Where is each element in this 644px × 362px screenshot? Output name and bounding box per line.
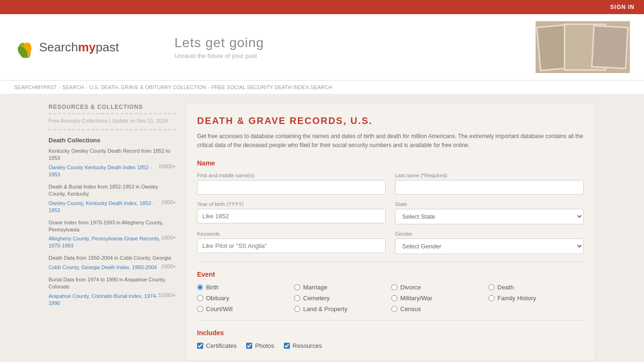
logo-text: Searchmypast [39, 40, 119, 55]
sidebar-record-0-link[interactable]: Owsley County Kentucky Death Index 1852 … [49, 165, 152, 177]
sidebar-record-1-count: 1000+ [161, 199, 176, 205]
event-label-divorce: Divorce [400, 284, 421, 291]
name-row: First and middle name(s) Last name (*Req… [197, 173, 584, 195]
includes-checkbox-photos[interactable] [246, 343, 252, 349]
event-label-court_will: Court/Will [206, 305, 232, 313]
sidebar-record-0: Kentucky Owsley County Death Record from… [49, 148, 176, 178]
keywords-gender-row: Keywords Gender Select GenderMaleFemale [197, 231, 584, 254]
year-birth-label: Year of birth (YYYY) [197, 201, 386, 207]
gender-group: Gender Select GenderMaleFemale [395, 231, 584, 254]
event-radio-family_history[interactable] [488, 295, 495, 301]
includes-section: Includes CertificatesPhotosResources [197, 329, 584, 349]
breadcrumb-collection[interactable]: U.S. DEATH, GRAVE & OBITUARY COLLECTION [89, 84, 206, 90]
includes-label-photos: Photos [255, 342, 274, 349]
sidebar-record-2: Grave Index from 1970-1993 in Allegheny … [49, 219, 176, 249]
event-option-court_will[interactable]: Court/Will [197, 305, 292, 313]
event-option-divorce[interactable]: Divorce [391, 284, 487, 291]
gender-select[interactable]: Select GenderMaleFemale [395, 239, 584, 254]
main-content: DEATH & GRAVE RECORDS, U.S. Get free acc… [185, 104, 595, 361]
keywords-label: Keywords [197, 231, 386, 237]
event-grid: BirthMarriageDivorceDeathObituaryCemeter… [197, 284, 584, 313]
header-image [536, 21, 630, 73]
event-label-marriage: Marriage [303, 284, 327, 291]
state-label: State [395, 201, 584, 207]
form-title: DEATH & GRAVE RECORDS, U.S. [197, 115, 584, 126]
event-section: Event BirthMarriageDivorceDeathObituaryC… [197, 271, 584, 313]
event-label-death: Death [497, 284, 514, 291]
includes-label-resources: Resources [293, 342, 322, 349]
first-name-input[interactable] [197, 180, 386, 195]
sidebar-update: Free Ancestry Collections | Update on No… [49, 118, 176, 130]
event-radio-land_property[interactable] [294, 306, 300, 312]
breadcrumb-home[interactable]: SEARCHMYPAST [14, 84, 57, 90]
signin-link[interactable]: SIGN IN [610, 4, 635, 10]
sidebar-record-4-link[interactable]: Arapahoe County, Colorado Burial Index, … [49, 293, 157, 306]
logo-area: Searchmypast [14, 37, 146, 58]
sidebar-record-2-desc: Grave Index from 1970-1993 in Allegheny … [49, 219, 176, 234]
event-radio-marriage[interactable] [294, 284, 300, 290]
sidebar-record-4: Burial Data from 1974 to 1990 in Arapaho… [49, 276, 176, 306]
event-radio-obituary[interactable] [197, 295, 203, 301]
form-description: Get free accesses to database containing… [197, 132, 584, 150]
sidebar-record-1-link[interactable]: Owsley County, Kentucky Death Index, 185… [49, 200, 153, 213]
breadcrumb-sep-1: › [58, 84, 60, 90]
event-option-land_property[interactable]: Land & Property [294, 305, 389, 313]
event-radio-military[interactable] [391, 295, 397, 301]
event-option-military[interactable]: Military/War [391, 295, 487, 302]
breadcrumb-sep-3: › [208, 84, 210, 90]
event-option-death[interactable]: Death [488, 284, 584, 291]
event-label-military: Military/War [400, 295, 432, 302]
event-section-title: Event [197, 271, 584, 278]
breadcrumb-current[interactable]: FREE SOCIAL SECURITY DEATH INDEX SEARCH [211, 84, 332, 90]
event-radio-cemetery[interactable] [294, 295, 300, 301]
sidebar-record-2-link[interactable]: Allegheny County, Pennsylvania Grave Rec… [49, 236, 160, 248]
includes-row: CertificatesPhotosResources [197, 342, 584, 349]
sidebar-record-0-count: 10000+ [158, 164, 176, 169]
first-name-group: First and middle name(s) [197, 173, 386, 195]
event-radio-census[interactable] [391, 306, 397, 312]
event-option-obituary[interactable]: Obituary [197, 295, 292, 302]
main-layout: RESOURCES & COLLECTIONS Free Ancestry Co… [44, 104, 600, 361]
sidebar-record-3: Death Data from 1950-2004 in Cobb County… [49, 255, 176, 270]
event-option-marriage[interactable]: Marriage [294, 284, 389, 291]
sidebar-record-3-desc: Death Data from 1950-2004 in Cobb County… [49, 255, 176, 262]
includes-checkbox-resources[interactable] [284, 343, 290, 349]
section-divider-2 [197, 320, 584, 321]
event-label-family_history: Family History [497, 295, 536, 302]
tagline-sub: Unravel the future of your past [174, 52, 536, 59]
event-radio-divorce[interactable] [391, 284, 397, 290]
sidebar-record-3-link[interactable]: Cobb County, Georgia Death Index, 1950-2… [49, 264, 157, 270]
birth-state-row: Year of birth (YYYY) State Select StateA… [197, 201, 584, 224]
sidebar-category: Death Collections [49, 137, 176, 144]
event-radio-birth[interactable] [197, 284, 203, 290]
sidebar-record-1-desc: Death & Burial Index from 1852-1953 in O… [49, 183, 176, 198]
event-label-cemetery: Cemetery [303, 295, 330, 302]
includes-label-certificates: Certificates [206, 342, 237, 349]
tagline-heading: Lets get going [174, 35, 536, 50]
includes-option-resources[interactable]: Resources [284, 342, 322, 349]
top-bar: SIGN IN [0, 0, 644, 14]
state-group: State Select StateAlabamaAlaskaArizonaAr… [395, 201, 584, 224]
event-option-birth[interactable]: Birth [197, 284, 292, 291]
first-name-label: First and middle name(s) [197, 173, 386, 178]
event-label-birth: Birth [206, 284, 219, 291]
state-select[interactable]: Select StateAlabamaAlaskaArizonaArkansas… [395, 209, 584, 224]
breadcrumb: SEARCHMYPAST › SEARCH › U.S. DEATH, GRAV… [0, 81, 644, 94]
breadcrumb-search[interactable]: SEARCH [62, 84, 84, 90]
keywords-input[interactable] [197, 239, 386, 253]
year-birth-group: Year of birth (YYYY) [197, 201, 386, 224]
includes-option-photos[interactable]: Photos [246, 342, 274, 349]
year-birth-input[interactable] [197, 209, 386, 223]
sidebar-record-3-count: 1000+ [161, 263, 176, 269]
sidebar: RESOURCES & COLLECTIONS Free Ancestry Co… [49, 104, 176, 361]
includes-checkbox-certificates[interactable] [197, 343, 203, 349]
event-option-cemetery[interactable]: Cemetery [294, 295, 389, 302]
last-name-input[interactable] [395, 180, 584, 195]
event-option-census[interactable]: Census [391, 305, 487, 313]
event-radio-court_will[interactable] [197, 306, 203, 312]
sidebar-record-4-count: 51593+ [158, 292, 176, 298]
keywords-group: Keywords [197, 231, 386, 254]
includes-option-certificates[interactable]: Certificates [197, 342, 237, 349]
event-radio-death[interactable] [488, 284, 495, 290]
event-option-family_history[interactable]: Family History [488, 295, 584, 302]
